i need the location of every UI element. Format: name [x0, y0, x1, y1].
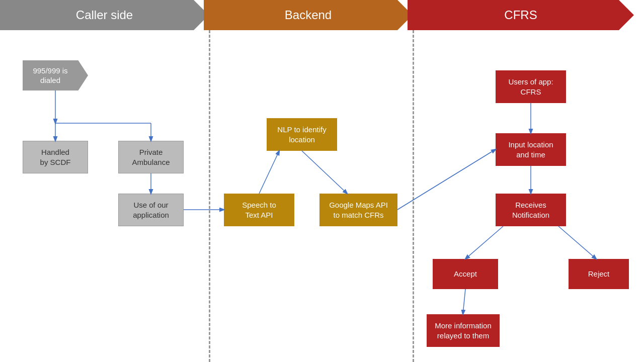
svg-line-12: [558, 226, 596, 259]
handled-scdf-box: Handledby SCDF: [23, 141, 88, 173]
users-app-box: Users of app:CFRS: [496, 70, 566, 103]
input-location-box: Input locationand time: [496, 133, 566, 166]
receives-notification-box: ReceivesNotification: [496, 194, 566, 226]
caller-label: Caller side: [76, 8, 133, 22]
dialed-label: 995/999 isdialed: [33, 66, 67, 85]
cfrs-label: CFRS: [504, 8, 537, 22]
accept-box: Accept: [433, 259, 498, 289]
reject-label: Reject: [588, 269, 610, 279]
accept-label: Accept: [454, 269, 477, 279]
svg-line-7: [302, 151, 347, 194]
nlp-box: NLP to identifylocation: [267, 118, 337, 151]
svg-line-8: [397, 149, 496, 210]
input-location-label: Input locationand time: [508, 140, 553, 159]
svg-line-11: [465, 226, 503, 259]
svg-line-13: [463, 289, 465, 314]
more-info-label: More informationrelayed to them: [435, 321, 492, 340]
header-backend: Backend: [204, 0, 413, 30]
private-ambulance-label: PrivateAmbulance: [132, 147, 170, 167]
google-maps-box: Google Maps APIto match CFRs: [319, 194, 397, 226]
svg-line-6: [259, 151, 279, 194]
private-ambulance-box: PrivateAmbulance: [118, 141, 184, 173]
use-application-box: Use of ourapplication: [118, 194, 184, 226]
use-application-label: Use of ourapplication: [133, 200, 169, 220]
header-cfrs: CFRS: [408, 0, 634, 30]
dialed-box: 995/999 isdialed: [23, 60, 88, 90]
reject-box: Reject: [569, 259, 629, 289]
handled-scdf-label: Handledby SCDF: [40, 147, 71, 167]
backend-label: Backend: [285, 8, 332, 22]
diagram-area: 995/999 isdialed Handledby SCDF PrivateA…: [0, 30, 644, 362]
header-caller: Caller side: [0, 0, 209, 30]
nlp-label: NLP to identifylocation: [277, 125, 326, 144]
speech-text-label: Speech toText API: [242, 200, 276, 220]
more-info-box: More informationrelayed to them: [427, 314, 500, 347]
users-app-label: Users of app:CFRS: [508, 77, 553, 97]
speech-text-box: Speech toText API: [224, 194, 294, 226]
receives-notification-label: ReceivesNotification: [512, 200, 549, 220]
google-maps-label: Google Maps APIto match CFRs: [329, 200, 388, 220]
